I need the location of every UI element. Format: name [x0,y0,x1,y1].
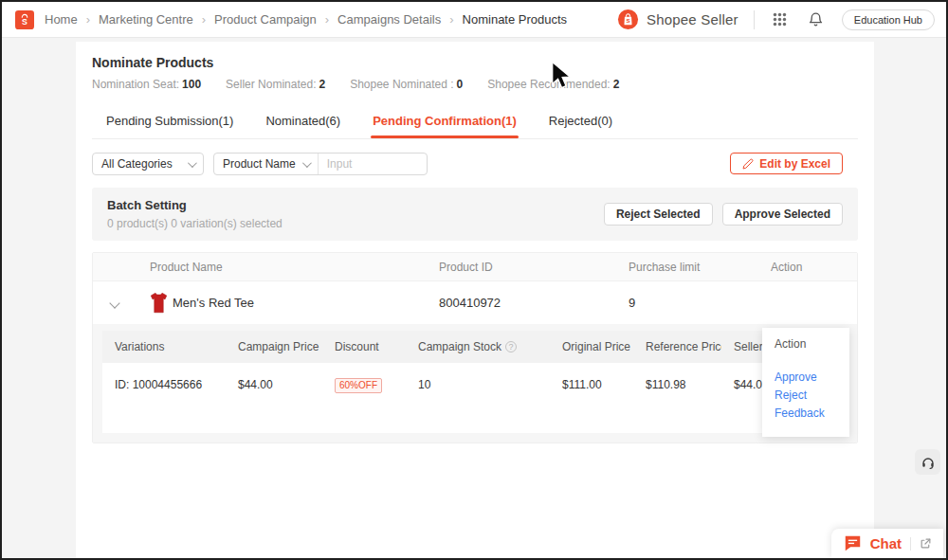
stat-nomination-seat: Nomination Seat:100 [92,78,201,91]
product-table-header: Product Name Product ID Purchase limit A… [93,253,857,281]
category-select[interactable]: All Categories [92,153,204,175]
breadcrumb-marketing-centre[interactable]: Marketing Centre [99,12,193,27]
col-discount: Discount [322,340,406,353]
education-hub-button[interactable]: Education Hub [842,9,935,30]
product-table: Product Name Product ID Purchase limit A… [92,252,858,443]
tab-pending-confirmation[interactable]: Pending Confirmation(1) [371,106,519,138]
edit-by-excel-button[interactable]: Edit by Excel [730,153,843,174]
variations-header: Variations Campaign Price? Discount Camp… [102,331,849,363]
col-product-name: Product Name [145,261,434,274]
discount-badge: 60%OFF [335,378,382,393]
chat-label: Chat [870,535,902,551]
pencil-icon [742,158,754,170]
chevron-down-icon [302,158,312,168]
chevron-down-icon [188,158,197,168]
breadcrumb-home[interactable]: Home [45,12,78,27]
product-name: Men's Red Tee [173,296,254,310]
col-seller-offer: Seller Offe [721,340,766,353]
support-headset-button[interactable] [915,449,940,475]
chat-widget[interactable]: Chat [831,529,943,558]
variation-action-header: Action [775,337,849,351]
seller-brand-label: Shopee Seller [647,11,738,27]
popout-icon[interactable] [920,537,932,550]
status-tabs: Pending Submission(1) Nominated(6) Pendi… [92,106,858,139]
stat-shopee-recommended: Shopee Recommended:2 [487,78,619,91]
col-campaign-price: Campaign Price? [226,340,322,353]
batch-setting-title: Batch Setting [107,198,283,212]
seller-offer: $44.00 [721,363,766,391]
batch-selection-count: 0 product(s) 0 variation(s) selected [107,217,283,230]
variation-id: ID: 10004455666 [102,363,226,391]
app-window: S Home › Marketing Centre › Product Camp… [0,0,948,560]
notification-bell-icon[interactable] [806,9,827,30]
search-input[interactable] [319,154,427,174]
shopee-logo-icon[interactable]: S [15,10,34,29]
variation-action-card: Action Approve Reject Feedback [762,328,849,437]
tab-pending-submission[interactable]: Pending Submission(1) [104,106,235,138]
stat-shopee-nominated: Shopee Nominated :0 [350,78,463,91]
shopee-seller-logo-icon: S [617,9,639,30]
campaign-price: $44.00 [226,363,322,391]
topbar-divider [754,10,755,29]
topbar-right: S Shopee Seller Education Hub [617,9,935,30]
reject-link[interactable]: Reject [775,388,849,402]
batch-actions: Reject Selected Approve Selected [604,203,843,226]
breadcrumb-nominate-products: Nominate Products [463,12,568,27]
search-combo: Product Name [213,153,428,175]
chat-bubble-icon [844,535,862,551]
product-name-cell: Men's Red Tee [145,292,434,314]
breadcrumb-separator: › [325,12,329,27]
tab-rejected[interactable]: Rejected(0) [547,106,614,138]
apps-grid-icon[interactable] [770,9,791,30]
svg-text:S: S [626,17,629,24]
discount-cell: 60%OFF [322,363,406,393]
variations-table: Variations Campaign Price? Discount Camp… [102,331,849,433]
breadcrumb: S Home › Marketing Centre › Product Camp… [15,10,567,29]
breadcrumb-product-campaign[interactable]: Product Campaign [214,12,317,27]
col-campaign-stock: Campaign Stock? [406,340,550,353]
product-thumbnail [150,292,168,314]
feedback-link[interactable]: Feedback [775,406,849,420]
batch-setting-bar: Batch Setting 0 product(s) 0 variation(s… [92,188,858,241]
approve-link[interactable]: Approve [775,370,849,384]
batch-setting-info: Batch Setting 0 product(s) 0 variation(s… [107,198,283,230]
col-variations: Variations [102,340,226,353]
approve-selected-button[interactable]: Approve Selected [722,203,843,226]
top-navbar: S Home › Marketing Centre › Product Camp… [2,2,946,38]
col-original-price: Original Price [550,340,633,353]
main-content-card: Nominate Products Nomination Seat:100 Se… [76,42,874,558]
product-id: 800410972 [434,296,624,310]
stat-seller-nominated: Seller Nominated:2 [226,78,325,91]
purchase-limit: 9 [624,296,766,310]
breadcrumb-campaigns-details[interactable]: Campaigns Details [337,12,441,27]
product-row: Men's Red Tee 800410972 9 [93,281,857,324]
breadcrumb-separator: › [86,12,90,27]
variations-section: Variations Campaign Price? Discount Camp… [93,324,857,443]
reference-price: $110.98 [633,363,721,391]
original-price: $111.00 [550,363,633,391]
col-purchase-limit: Purchase limit [624,261,766,274]
headset-icon [921,455,936,470]
search-type-select[interactable]: Product Name [214,154,319,174]
campaign-stock: 10 [406,363,550,391]
tab-nominated[interactable]: Nominated(6) [264,106,342,138]
col-action: Action [766,261,857,274]
breadcrumb-separator: › [202,12,206,27]
chat-divider [910,537,911,551]
col-reference-price: Reference Price? [633,340,721,353]
page-title: Nominate Products [92,55,858,70]
info-icon[interactable]: ? [505,341,517,352]
filter-bar: All Categories Product Name Edit by Exce… [92,153,858,175]
collapse-row-icon[interactable] [109,298,119,308]
col-product-id: Product ID [434,261,624,274]
seller-brand[interactable]: S Shopee Seller [617,9,738,30]
breadcrumb-separator: › [449,12,453,27]
variation-row: ID: 10004455666 $44.00 60%OFF 10 $111.00… [102,363,849,433]
svg-text:S: S [22,16,27,26]
nomination-stats: Nomination Seat:100 Seller Nominated:2 S… [92,78,858,91]
reject-selected-button[interactable]: Reject Selected [604,203,713,226]
